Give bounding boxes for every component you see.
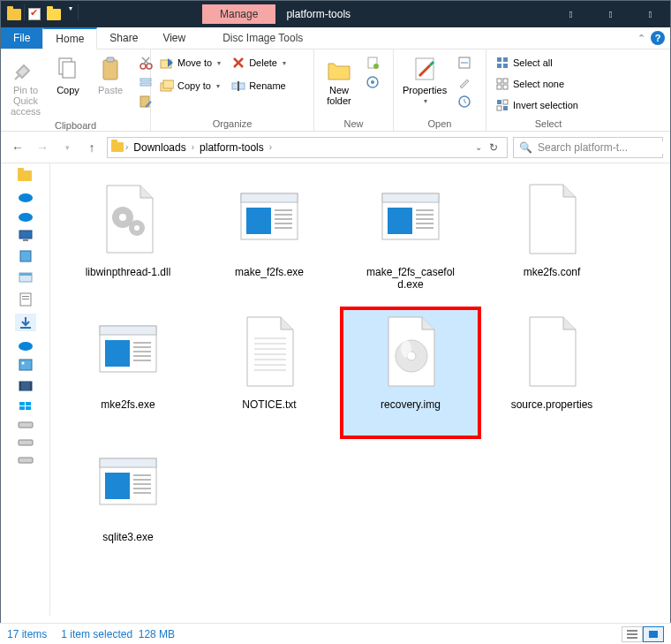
paste-button[interactable]: Paste	[91, 53, 130, 97]
copy-button[interactable]: Copy	[49, 53, 87, 97]
svg-rect-63	[246, 208, 271, 234]
svg-rect-56	[19, 458, 33, 463]
select-none-button[interactable]: Select none	[492, 74, 582, 94]
svg-rect-53	[26, 406, 31, 410]
svg-rect-71	[388, 208, 412, 234]
search-input[interactable]	[538, 141, 670, 154]
tree-onedrive-icon[interactable]	[18, 209, 34, 222]
large-icons-view-button[interactable]	[643, 626, 664, 642]
properties-button[interactable]: Properties▾	[399, 53, 450, 107]
details-view-button[interactable]	[622, 626, 643, 642]
disc-tools-tab[interactable]: Disc Image Tools	[210, 27, 315, 49]
address-dropdown-icon[interactable]: ⌄	[475, 142, 482, 152]
open-button[interactable]	[454, 53, 475, 72]
svg-rect-37	[20, 251, 31, 261]
pin-to-quick-access-button[interactable]: Pin to Quick access	[6, 53, 45, 118]
ribbon: Pin to Quick access Copy Paste Clipboard…	[1, 49, 670, 132]
select-group-label: Select	[492, 117, 605, 131]
svg-rect-84	[133, 360, 151, 361]
tree-onedrive-icon[interactable]	[18, 190, 34, 202]
back-button[interactable]: ←	[8, 138, 27, 157]
select-all-button[interactable]: Select all	[492, 53, 582, 72]
up-button[interactable]: ↑	[82, 138, 102, 157]
invert-selection-button[interactable]: Invert selection	[492, 95, 582, 115]
status-selection: 1 item selected 128 MB	[61, 628, 175, 640]
file-grid[interactable]: libwinpthread-1.dllmake_f2fs.exemake_f2f…	[50, 163, 670, 616]
svg-rect-106	[649, 631, 658, 638]
tree-drive-icon[interactable]	[18, 437, 34, 448]
edit-button[interactable]	[454, 72, 475, 92]
breadcrumb-downloads[interactable]: Downloads	[130, 141, 189, 154]
view-tab[interactable]: View	[150, 27, 198, 49]
search-box[interactable]: 🔍	[513, 137, 663, 158]
new-folder-button[interactable]: New folder	[320, 53, 358, 108]
svg-rect-70	[382, 193, 439, 202]
tree-pictures-icon[interactable]	[18, 358, 34, 372]
address-bar[interactable]: › Downloads › platform-tools › ⌄ ↻	[107, 137, 508, 158]
svg-rect-21	[497, 57, 501, 62]
tree-videos-icon[interactable]	[18, 379, 34, 393]
context-tab[interactable]: Manage	[202, 4, 275, 24]
tree-folder-icon[interactable]	[18, 170, 34, 183]
tree-thispc-icon[interactable]	[18, 229, 34, 241]
collapse-ribbon-icon[interactable]: ⌃	[637, 33, 645, 44]
pin-icon	[11, 55, 40, 83]
file-name: source.properties	[511, 398, 593, 411]
qat-customize-icon[interactable]: ▾	[64, 4, 78, 24]
svg-rect-55	[19, 440, 33, 445]
svg-rect-66	[275, 218, 292, 220]
delete-button[interactable]: Delete▾	[228, 53, 290, 72]
file-item[interactable]: libwinpthread-1.dll	[57, 174, 199, 307]
file-item[interactable]: recovery.img	[340, 307, 481, 439]
menu-bar: File Home Share View Disc Image Tools ⌃ …	[1, 27, 670, 49]
svg-rect-2	[103, 60, 117, 80]
recent-locations-button[interactable]: ▾	[57, 138, 77, 157]
qat-newfolder-icon[interactable]	[44, 4, 64, 24]
svg-rect-101	[133, 488, 151, 489]
file-item[interactable]: make_f2fs.exe	[199, 174, 340, 307]
tree-documents-icon[interactable]	[18, 292, 34, 307]
svg-rect-22	[503, 57, 508, 62]
tree-drive-icon[interactable]	[18, 455, 34, 466]
file-item[interactable]: mke2fs.exe	[57, 307, 199, 439]
clipboard-group-label: Clipboard	[6, 118, 145, 133]
rename-button[interactable]: Rename	[228, 76, 290, 95]
home-tab[interactable]: Home	[42, 27, 97, 49]
history-button[interactable]	[454, 92, 475, 111]
new-item-button[interactable]	[362, 53, 383, 72]
move-to-button[interactable]: Move to▾	[156, 53, 224, 72]
svg-point-94	[401, 340, 411, 358]
tree-desktop-icon[interactable]	[18, 271, 34, 285]
tree-music-icon[interactable]	[18, 338, 34, 351]
tree-3dobjects-icon[interactable]	[18, 248, 34, 264]
svg-rect-64	[275, 209, 292, 211]
file-item[interactable]: mke2fs.conf	[481, 174, 622, 307]
help-icon[interactable]: ?	[651, 31, 665, 45]
tree-drive-icon[interactable]	[18, 420, 34, 430]
minimize-button[interactable]: 	[551, 1, 591, 27]
file-tab[interactable]: File	[1, 27, 42, 49]
navigation-pane[interactable]	[1, 163, 50, 616]
title-bar: ▾ Manage platform-tools   	[1, 1, 670, 27]
breadcrumb-platform-tools[interactable]: platform-tools	[196, 141, 268, 154]
file-item[interactable]: NOTICE.txt	[199, 307, 340, 439]
svg-rect-104	[627, 633, 637, 635]
file-item[interactable]: sqlite3.exe	[57, 439, 199, 572]
svg-point-46	[21, 362, 24, 365]
tree-downloads-icon[interactable]	[15, 314, 36, 331]
share-tab[interactable]: Share	[97, 27, 150, 49]
easy-access-button[interactable]	[362, 72, 383, 92]
file-thumbnail	[509, 310, 594, 395]
svg-rect-23	[497, 64, 501, 68]
close-button[interactable]: 	[630, 1, 670, 27]
svg-rect-83	[133, 355, 151, 357]
tree-windows10-icon[interactable]	[18, 400, 34, 413]
copy-to-button[interactable]: Copy to▾	[156, 76, 224, 95]
file-item[interactable]: source.properties	[481, 307, 622, 439]
file-item[interactable]: make_f2fs_casefold.exe	[340, 174, 481, 307]
maximize-button[interactable]: 	[591, 1, 630, 27]
qat-properties-icon[interactable]	[25, 4, 44, 24]
svg-rect-48	[19, 382, 21, 390]
refresh-icon[interactable]: ↻	[489, 141, 498, 154]
forward-button[interactable]: →	[33, 138, 52, 157]
